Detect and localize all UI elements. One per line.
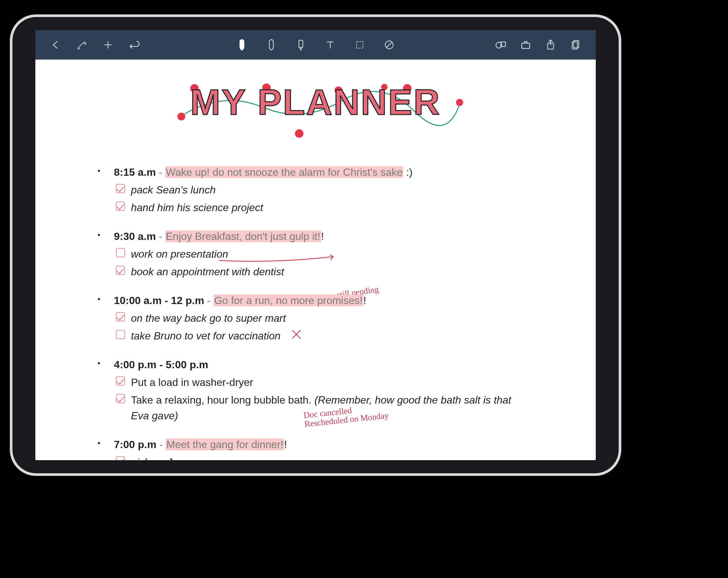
stage: MY PLANNER 8:15 a.m - Wake up! do not sn… (0, 0, 728, 578)
sub-item: take Bruno to vet for vaccination (116, 328, 563, 344)
ipad-frame: MY PLANNER 8:15 a.m - Wake up! do not sn… (10, 15, 621, 476)
entry-note-suffix: :) (403, 166, 412, 178)
ipad-bezel: MY PLANNER 8:15 a.m - Wake up! do not sn… (12, 17, 619, 473)
entry-note: Enjoy Breakfast, don't just gulp it! (165, 230, 321, 242)
sub-text: take Bruno to vet for vaccination (131, 328, 281, 344)
entry-time: 8:15 a.m (114, 166, 156, 178)
share-button-icon[interactable] (543, 37, 558, 52)
sub-item: Put a load in washer-dryer (116, 374, 563, 390)
text-tool-icon[interactable] (323, 37, 337, 52)
entry-note-suffix: ! (321, 230, 324, 242)
settings-icon[interactable] (75, 37, 89, 52)
checkbox[interactable] (116, 330, 125, 339)
pages-button-icon[interactable] (568, 37, 583, 52)
undo-button[interactable] (127, 37, 141, 52)
sub-item: book an appointment with dentist (116, 264, 563, 280)
sub-text: pack Sean's lunch (131, 182, 216, 198)
entry-1: 8:15 a.m - Wake up! do not snooze the al… (114, 164, 563, 215)
dash: - (159, 439, 166, 450)
sub-text: work on presentation (131, 246, 228, 262)
add-button[interactable] (101, 37, 115, 52)
pen-tool-icon[interactable] (235, 37, 249, 52)
entry-time: 4:00 p.m - 5:00 p.m (114, 359, 208, 370)
entry-note-suffix: ! (363, 294, 366, 306)
toolbar-center (235, 37, 396, 52)
svg-rect-10 (522, 43, 530, 48)
entry-time: 9:30 a.m (114, 230, 156, 242)
checkbox[interactable] (116, 266, 125, 275)
checkbox[interactable] (116, 312, 125, 321)
checkbox[interactable] (116, 184, 125, 193)
entry-note-suffix: ! (284, 439, 287, 450)
checkbox[interactable] (116, 456, 125, 460)
app-screen: MY PLANNER 8:15 a.m - Wake up! do not sn… (35, 30, 596, 460)
checkbox[interactable] (116, 394, 125, 403)
entry-note: Meet the gang for dinner! (166, 439, 284, 450)
sub-text: pick up Jenny on your way (131, 454, 254, 460)
selection-tool-icon[interactable] (353, 37, 367, 52)
sub-text: Put a load in washer-dryer (131, 374, 253, 390)
sub-item: pick up Jenny on your way (116, 454, 563, 460)
checkbox[interactable] (116, 376, 125, 386)
page-title: MY PLANNER (190, 81, 441, 123)
entry-time: 10:00 a.m - 12 p.m (114, 294, 204, 306)
entry-4: 4:00 p.m - 5:00 p.m Put a load in washer… (114, 357, 563, 423)
toolbar-left (48, 37, 141, 52)
entry-3: 10:00 a.m - 12 p.m - Go for a run, no mo… (114, 293, 563, 344)
media-button-icon[interactable] (519, 37, 533, 52)
svg-rect-2 (299, 40, 303, 48)
planner-content: 8:15 a.m - Wake up! do not snooze the al… (114, 164, 563, 460)
checkbox[interactable] (116, 248, 125, 257)
back-button[interactable] (48, 37, 63, 52)
eraser-tool-icon[interactable] (382, 37, 396, 52)
toolbar (35, 30, 596, 59)
dash: - (159, 166, 165, 178)
entry-note: Wake up! do not snooze the alarm for Chr… (165, 166, 403, 178)
sub-item: Take a relaxing, hour long bubble bath. … (116, 392, 563, 423)
title-area: MY PLANNER (35, 81, 596, 147)
dash: - (159, 230, 165, 242)
svg-point-15 (177, 112, 185, 121)
sub-text: book an appointment with dentist (131, 264, 284, 280)
dash: - (207, 294, 214, 306)
highlighter-tool-icon[interactable] (294, 37, 308, 52)
toolbar-right (494, 37, 583, 52)
sub-item: on the way back go to super mart (116, 310, 563, 326)
document-page[interactable]: MY PLANNER 8:15 a.m - Wake up! do not sn… (35, 59, 596, 460)
shapes-tool-icon[interactable] (494, 37, 508, 52)
entry-2: 9:30 a.m - Enjoy Breakfast, don't just g… (114, 229, 563, 280)
entry-5: 7:00 p.m - Meet the gang for dinner!! pi… (114, 437, 563, 460)
sub-item: hand him his science project (116, 200, 563, 215)
svg-point-18 (295, 129, 304, 138)
svg-rect-5 (357, 42, 363, 48)
checkbox[interactable] (116, 202, 125, 211)
entry-note: Go for a run, no more promises! (213, 294, 363, 306)
sub-item: work on presentation (116, 246, 563, 262)
svg-point-22 (456, 99, 463, 106)
sub-item: pack Sean's lunch (116, 182, 563, 198)
sub-text: Take a relaxing, hour long bubble bath. … (131, 392, 524, 423)
sub-text: hand him his science project (131, 200, 263, 215)
pencil-tool-icon[interactable] (264, 37, 279, 52)
sub-text: on the way back go to super mart (131, 310, 286, 326)
svg-line-7 (387, 42, 392, 48)
entry-time: 7:00 p.m (114, 439, 156, 450)
